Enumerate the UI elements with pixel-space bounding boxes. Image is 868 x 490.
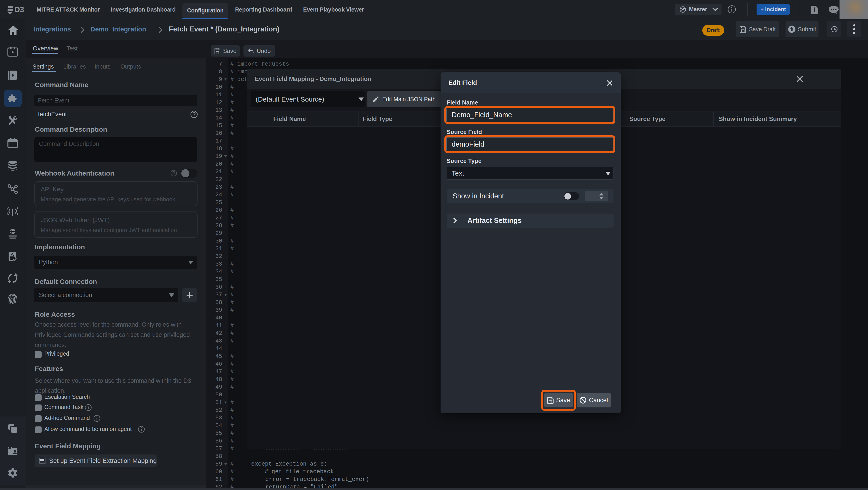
svg-text:D3: D3	[14, 6, 24, 14]
